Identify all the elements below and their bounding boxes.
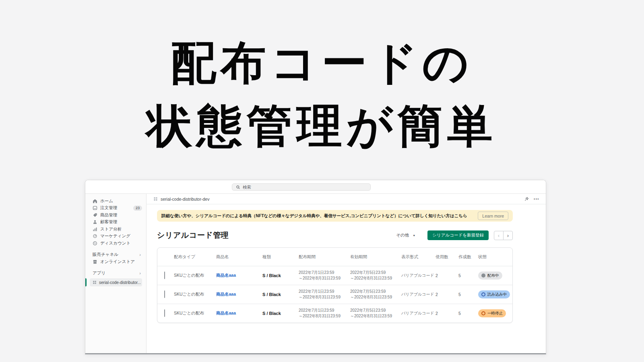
table-row: SKUごとの配布 商品名aaa S / Black 2022年7月1日23:59… — [157, 266, 512, 285]
pagination: ‹ › — [494, 231, 513, 240]
cell-valid-period: 2022年7月5日23:59 ～2022年8月31日23:59 — [350, 270, 401, 281]
cell-variant: S / Black — [262, 292, 299, 297]
status-ring-icon — [481, 311, 485, 315]
cell-created-count: 5 — [458, 273, 478, 278]
product-link[interactable]: 商品名aaa — [216, 273, 262, 278]
status-badge: 読み込み中 — [478, 290, 510, 298]
cell-format: バリアブルコード — [401, 273, 436, 278]
hero-line-2: 状態管理が簡単 — [0, 95, 644, 158]
cell-used-count: 2 — [436, 311, 458, 316]
sidebar: ホーム 注文管理 23 商品管理 顧客管理 — [85, 194, 147, 354]
sidebar-section-apps[interactable]: アプリ › — [85, 270, 146, 277]
prev-page-button[interactable]: ‹ — [494, 231, 504, 240]
dropdown-caret-icon: ▼ — [413, 234, 415, 237]
cell-used-count: 2 — [436, 292, 458, 297]
sidebar-item-label: マーケティング — [100, 233, 130, 239]
sidebar-item-label: ディスカウント — [100, 241, 130, 246]
app-icon — [93, 280, 97, 284]
home-icon — [93, 199, 97, 204]
orders-count-badge: 23 — [133, 206, 142, 211]
serial-code-table: 配布タイプ 商品名 種類 配布期間 有効期間 表示形式 使用数 作成数 状態 S… — [157, 247, 513, 323]
sidebar-item-serial-code-distributor[interactable]: serial-code-distributor... — [90, 278, 142, 286]
cell-variant: S / Black — [262, 273, 299, 278]
product-link[interactable]: 商品名aaa — [216, 292, 262, 297]
col-header-product: 商品名 — [216, 254, 262, 260]
status-dot-icon — [481, 274, 485, 278]
breadcrumb-bar: serial-code-distributor-dev ••• — [147, 194, 546, 204]
topbar — [85, 180, 546, 194]
cell-dist-period: 2022年7月1日23:59 ～2022年8月31日23:59 — [299, 308, 350, 319]
sidebar-item-home[interactable]: ホーム — [85, 197, 146, 205]
sidebar-item-products[interactable]: 商品管理 — [85, 212, 146, 219]
discounts-icon — [93, 241, 97, 246]
sidebar-item-label: 注文管理 — [100, 205, 117, 211]
sidebar-item-label: オンラインストア — [100, 259, 135, 265]
row-checkbox[interactable] — [164, 272, 165, 279]
sidebar-item-label: ホーム — [100, 198, 113, 204]
section-title: 販売チャネル — [93, 252, 118, 257]
learn-more-button[interactable]: Learn more — [478, 212, 508, 220]
table-header-row: 配布タイプ 商品名 種類 配布期間 有効期間 表示形式 使用数 作成数 状態 — [157, 248, 512, 266]
hero-headline: 配布コードの 状態管理が簡単 — [0, 31, 644, 158]
pin-icon[interactable] — [524, 197, 529, 202]
col-header-created: 作成数 — [458, 254, 478, 260]
cell-created-count: 5 — [458, 311, 478, 316]
col-header-status: 状態 — [478, 254, 509, 260]
search-box[interactable] — [232, 183, 371, 191]
main-area: serial-code-distributor-dev ••• 詳細な使い方や、… — [147, 194, 546, 354]
col-header-dist-period: 配布期間 — [299, 254, 350, 260]
status-badge: 一時停止 — [478, 309, 506, 317]
orders-icon — [93, 206, 97, 210]
sidebar-item-online-store[interactable]: オンラインストア — [85, 258, 146, 265]
new-serial-code-button[interactable]: シリアルコードを新規登録 — [427, 230, 489, 240]
sidebar-item-analytics[interactable]: ストア分析 — [85, 226, 146, 233]
col-header-valid-period: 有効期間 — [350, 254, 401, 260]
chevron-left-icon: ‹ — [498, 232, 500, 239]
cell-dist-period: 2022年7月1日23:59 ～2022年8月31日23:59 — [299, 289, 350, 300]
active-indicator — [85, 278, 87, 286]
hero-line-1: 配布コードの — [0, 31, 644, 95]
sidebar-item-marketing[interactable]: マーケティング — [85, 233, 146, 240]
sidebar-item-orders[interactable]: 注文管理 23 — [85, 205, 146, 212]
more-dropdown[interactable]: その他 ▼ — [396, 232, 415, 238]
info-banner: 詳細な使い方や、シリアルコードのによる特典（NFTなどの様々なデジタル特典や、着… — [157, 210, 513, 222]
sidebar-item-label: 顧客管理 — [100, 219, 117, 225]
chevron-right-icon: › — [139, 253, 141, 257]
app-window: ホーム 注文管理 23 商品管理 顧客管理 — [85, 180, 546, 354]
chevron-right-icon: › — [139, 271, 141, 276]
page-header: シリアルコード管理 その他 ▼ シリアルコードを新規登録 ‹ › — [157, 230, 513, 241]
search-input[interactable] — [243, 185, 367, 189]
cell-used-count: 2 — [436, 273, 458, 278]
cell-created-count: 5 — [458, 292, 478, 297]
col-header-format: 表示形式 — [401, 254, 436, 260]
cell-dist-type: SKUごとの配布 — [174, 273, 216, 278]
cell-dist-type: SKUごとの配布 — [174, 311, 216, 316]
section-title: アプリ — [93, 270, 105, 276]
row-checkbox[interactable] — [164, 309, 165, 317]
product-link[interactable]: 商品名aaa — [216, 311, 262, 316]
row-checkbox[interactable] — [164, 290, 165, 298]
sidebar-item-label: ストア分析 — [100, 226, 122, 232]
search-icon — [235, 185, 240, 189]
banner-text: 詳細な使い方や、シリアルコードのによる特典（NFTなどの様々なデジタル特典や、着… — [161, 213, 467, 219]
breadcrumb: serial-code-distributor-dev — [161, 197, 209, 202]
cell-format: バリアブルコード — [401, 292, 436, 297]
sidebar-item-label: serial-code-distributor... — [99, 280, 141, 285]
cell-dist-type: SKUごとの配布 — [174, 292, 216, 297]
sidebar-item-customers[interactable]: 顧客管理 — [85, 219, 146, 226]
sidebar-item-discounts[interactable]: ディスカウント — [85, 240, 146, 247]
products-icon — [93, 213, 97, 218]
cell-variant: S / Black — [262, 311, 299, 316]
customers-icon — [93, 220, 97, 224]
col-header-dist-type: 配布タイプ — [174, 254, 216, 260]
next-page-button[interactable]: › — [503, 231, 513, 240]
col-header-used: 使用数 — [436, 254, 458, 260]
sidebar-section-sales-channels[interactable]: 販売チャネル › — [85, 251, 146, 259]
table-row: SKUごとの配布 商品名aaa S / Black 2022年7月1日23:59… — [157, 304, 512, 323]
app-grid-icon — [153, 197, 158, 201]
col-header-variant: 種類 — [262, 254, 299, 260]
marketing-icon — [93, 234, 97, 239]
status-ring-icon — [481, 292, 485, 296]
more-options-icon[interactable]: ••• — [534, 197, 539, 201]
cell-valid-period: 2022年7月5日23:59 ～2022年8月31日23:59 — [350, 308, 401, 319]
